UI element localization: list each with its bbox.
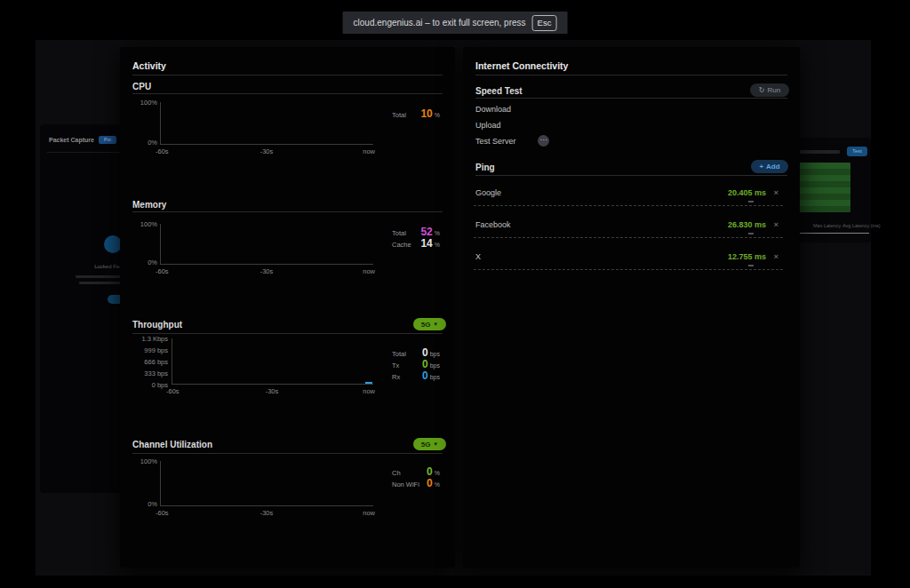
- cpu-ytick-max: 100%: [122, 99, 157, 107]
- esc-key-hint: Esc: [532, 15, 557, 31]
- throughput-ytick-2: 666 bps: [122, 358, 168, 366]
- fullscreen-message: cloud.engenius.ai – to exit full screen,…: [354, 18, 526, 28]
- test-button: Test: [847, 147, 867, 156]
- blurred-text-line: [794, 150, 840, 154]
- memory-ytick-max: 100%: [122, 220, 157, 228]
- throughput-ytick-0: 1.3 Kbps: [122, 335, 168, 343]
- throughput-xtick-now: now: [354, 387, 375, 395]
- internet-connectivity-card: Internet Connectivity Speed Test ↻ Run D…: [463, 47, 800, 568]
- cpu-ytick-min: 0%: [122, 139, 157, 147]
- ping-target-latency: 20.405 ms: [728, 188, 766, 197]
- channel-utilization-band-selector[interactable]: 5G ▼: [413, 438, 446, 450]
- throughput-xtick-start: -60s: [166, 387, 180, 395]
- ping-target-name: Facebook: [475, 220, 511, 229]
- ping-mini-sparkline: [748, 265, 754, 266]
- divider: [475, 98, 787, 99]
- ping-target-name: Google: [475, 188, 501, 197]
- ping-target-name: X: [475, 252, 481, 261]
- memory-xtick-now: now: [354, 267, 375, 275]
- channel-xtick-start: -60s: [156, 509, 169, 517]
- memory-xtick-mid: -30s: [249, 267, 284, 275]
- channel-ytick-min: 0%: [122, 500, 157, 508]
- ping-mini-sparkline: [748, 233, 754, 234]
- divider: [475, 175, 787, 176]
- memory-ytick-min: 0%: [122, 258, 157, 266]
- test-server-row-label: Test Server: [475, 137, 516, 146]
- divider: [132, 93, 443, 94]
- cpu-chart: [160, 102, 373, 145]
- test-server-options-icon[interactable]: ⋯: [538, 135, 549, 147]
- ping-mini-sparkline: [748, 201, 754, 203]
- chevron-down-icon: ▼: [433, 441, 438, 447]
- channel-xtick-mid: -30s: [249, 509, 284, 517]
- internet-connectivity-title: Internet Connectivity: [475, 60, 568, 71]
- column-max-latency: Max Latency: [813, 223, 841, 228]
- memory-section-title: Memory: [132, 200, 166, 210]
- pro-badge: Pro: [99, 136, 116, 144]
- channel-xtick-now: now: [354, 509, 375, 517]
- memory-xtick-start: -60s: [156, 267, 169, 275]
- cpu-legend-total: Total 10%: [392, 105, 440, 121]
- channel-ytick-max: 100%: [122, 457, 157, 465]
- close-icon[interactable]: ×: [773, 187, 778, 197]
- download-row-label: Download: [475, 105, 511, 114]
- dashed-divider: [474, 269, 783, 270]
- throughput-legend-rx: Rx 0bps: [392, 367, 440, 383]
- throughput-band-selector[interactable]: 5G ▼: [413, 318, 446, 330]
- column-avg-latency: Avg Latency (ms): [842, 223, 881, 228]
- divider: [132, 333, 443, 334]
- throughput-ytick-3: 333 bps: [122, 369, 168, 377]
- channel-utilization-section-title: Channel Utilization: [132, 440, 212, 449]
- ping-section-title: Ping: [475, 163, 495, 172]
- memory-chart: [160, 224, 373, 265]
- packet-capture-title: Packet Capture: [49, 137, 94, 143]
- blurred-text-line: [79, 282, 125, 284]
- close-icon[interactable]: ×: [773, 251, 778, 261]
- upload-row-label: Upload: [475, 121, 501, 130]
- dashed-divider: [474, 205, 783, 206]
- throughput-xtick-mid: -30s: [254, 387, 290, 395]
- cpu-xtick-start: -60s: [156, 147, 169, 155]
- add-ping-target-button[interactable]: + Add: [751, 160, 788, 173]
- activity-title: Activity: [132, 60, 166, 71]
- throughput-ytick-4: 0 bps: [122, 381, 168, 389]
- divider: [132, 75, 443, 75]
- cpu-xtick-mid: -30s: [249, 147, 284, 155]
- refresh-icon: ↻: [759, 86, 765, 94]
- throughput-section-title: Throughput: [132, 320, 182, 330]
- speed-test-section-title: Speed Test: [475, 86, 523, 96]
- lock-icon: [104, 235, 122, 253]
- throughput-ytick-1: 999 bps: [122, 346, 168, 354]
- divider: [132, 211, 443, 212]
- cpu-xtick-now: now: [354, 147, 375, 155]
- throughput-chart: [172, 338, 373, 385]
- run-speed-test-button[interactable]: ↻ Run: [750, 83, 789, 97]
- channel-utilization-chart: [160, 461, 373, 506]
- plus-icon: +: [759, 163, 763, 171]
- memory-legend-cache: Cache 14%: [392, 234, 440, 250]
- ping-target-latency: 26.830 ms: [728, 220, 766, 229]
- divider: [475, 75, 787, 75]
- chevron-down-icon: ▼: [433, 322, 438, 327]
- rx-sparkline: [365, 382, 372, 384]
- fullscreen-notice-bar: cloud.engenius.ai – to exit full screen,…: [343, 12, 568, 34]
- dashed-divider: [474, 237, 783, 238]
- channel-legend-nonwifi: Non WiFi 0%: [392, 474, 440, 490]
- divider: [132, 453, 443, 454]
- cpu-section-title: CPU: [132, 82, 151, 91]
- divider: [794, 233, 869, 234]
- activity-card: Activity CPU 100% 0% -60s -30s now Total…: [120, 47, 455, 568]
- close-icon[interactable]: ×: [773, 219, 778, 229]
- ping-target-latency: 12.755 ms: [728, 252, 766, 261]
